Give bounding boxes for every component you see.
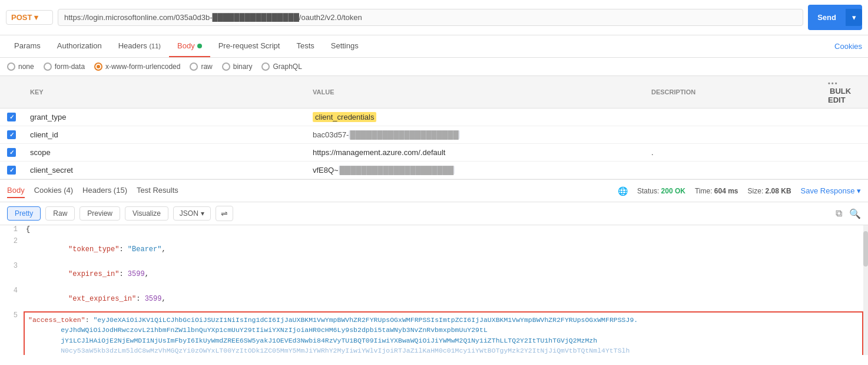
body-dot	[197, 44, 202, 48]
raw-button[interactable]: Raw	[45, 206, 75, 221]
radio-form-data[interactable]: form-data	[44, 63, 85, 71]
response-tab-cookies[interactable]: Cookies (4)	[34, 183, 73, 198]
row2-value-blur: ████████████████████	[349, 130, 459, 139]
more-options-icon[interactable]: •••	[828, 80, 839, 87]
row1-checkbox[interactable]	[7, 113, 16, 121]
json-content-area[interactable]: 1 { 2 "token_type": "Bearer", 3 "expires…	[0, 225, 868, 355]
line-num-1: 1	[0, 225, 24, 237]
copy-icon[interactable]: ⧉	[836, 208, 842, 219]
row4-value[interactable]: vfE8Q~█████████████████████	[306, 162, 644, 179]
radio-urlencoded-dot	[94, 63, 102, 71]
radio-raw[interactable]: raw	[190, 63, 212, 71]
row4-checkbox-cell[interactable]	[0, 162, 23, 179]
pretty-button[interactable]: Pretty	[7, 206, 41, 221]
radio-binary-dot	[222, 63, 230, 71]
json-line-1: 1 {	[0, 225, 868, 237]
col-value: VALUE	[306, 76, 644, 108]
status-ok: 200 OK	[661, 187, 685, 195]
wrap-button[interactable]: ⇌	[216, 206, 233, 221]
row3-desc[interactable]: .	[644, 144, 821, 162]
tab-headers[interactable]: Headers (11)	[110, 35, 169, 57]
status-label: Status: 200 OK	[637, 187, 685, 195]
nav-tabs: Params Authorization Headers (11) Body P…	[0, 35, 868, 58]
radio-none[interactable]: none	[7, 63, 34, 71]
format-chevron-icon: ▾	[201, 209, 204, 218]
line-num-3: 3	[0, 262, 24, 287]
line-num-4: 4	[0, 287, 24, 311]
line-num-2: 2	[0, 237, 24, 262]
row1-checkbox-cell[interactable]	[0, 108, 23, 126]
tab-settings[interactable]: Settings	[323, 35, 367, 57]
body-type-row: none form-data x-www-form-urlencoded raw…	[0, 58, 868, 76]
row3-key[interactable]: scope	[23, 144, 306, 162]
row1-desc[interactable]	[644, 108, 821, 126]
row1-value-highlight: client_credentials	[313, 112, 376, 122]
cookies-link[interactable]: Cookies	[834, 36, 862, 57]
response-tab-test-results[interactable]: Test Results	[137, 183, 178, 198]
row4-desc[interactable]	[644, 162, 821, 179]
row1-value[interactable]: client_credentials	[306, 108, 644, 126]
send-button-dropdown[interactable]: ▾	[846, 9, 862, 26]
row2-key[interactable]: client_id	[23, 126, 306, 144]
code-actions: ⧉ 🔍	[836, 208, 861, 219]
tab-params[interactable]: Params	[6, 35, 49, 57]
radio-binary[interactable]: binary	[222, 63, 253, 71]
row3-value[interactable]: https://management.azure.com/.default	[306, 144, 644, 162]
size-label: Size: 2.08 KB	[748, 187, 791, 195]
table-row: client_secret vfE8Q~████████████████████…	[0, 162, 868, 179]
radio-form-data-dot	[44, 63, 52, 71]
radio-raw-dot	[190, 63, 198, 71]
format-label: JSON	[180, 209, 198, 218]
tab-body[interactable]: Body	[169, 35, 210, 57]
row1-key[interactable]: grant_type	[23, 108, 306, 126]
table-row: client_id bac03d57-████████████████████	[0, 126, 868, 144]
line-content-2: "token_type": "Bearer",	[24, 237, 868, 262]
preview-button[interactable]: Preview	[79, 206, 120, 221]
response-tab-body[interactable]: Body	[7, 183, 25, 198]
response-tabs-row: Body Cookies (4) Headers (15) Test Resul…	[0, 180, 868, 202]
row2-value[interactable]: bac03d57-████████████████████	[306, 126, 644, 144]
row2-checkbox[interactable]	[7, 130, 16, 139]
send-button-main[interactable]: Send	[808, 9, 846, 26]
col-desc: DESCRIPTION	[644, 76, 821, 108]
response-status-bar: 🌐 Status: 200 OK Time: 604 ms Size: 2.08…	[618, 186, 861, 196]
radio-graphql[interactable]: GraphQL	[261, 63, 302, 71]
radio-graphql-dot	[261, 63, 270, 71]
row4-key[interactable]: client_secret	[23, 162, 306, 179]
time-label: Time: 604 ms	[695, 187, 738, 195]
row3-checkbox-cell[interactable]	[0, 144, 23, 162]
tab-tests[interactable]: Tests	[288, 35, 322, 57]
row2-actions	[821, 126, 868, 144]
row2-desc[interactable]	[644, 126, 821, 144]
line-content-3: "expires_in": 3599,	[24, 262, 868, 287]
table-row: grant_type client_credentials	[0, 108, 868, 126]
tab-pre-request[interactable]: Pre-request Script	[210, 35, 289, 57]
radio-urlencoded[interactable]: x-www-form-urlencoded	[94, 63, 180, 71]
row3-checkbox[interactable]	[7, 148, 16, 157]
method-label: POST	[11, 13, 32, 22]
col-key: KEY	[23, 76, 306, 108]
col-actions: ••• Bulk Edit	[821, 76, 868, 108]
scrollbar-track	[863, 225, 868, 355]
code-toolbar: Pretty Raw Preview Visualize JSON ▾ ⇌ ⧉ …	[0, 202, 868, 225]
send-button[interactable]: Send ▾	[808, 5, 862, 30]
row4-checkbox[interactable]	[7, 166, 16, 175]
access-token-value: "access_token": "eyJ0eXAiOiJKV1QiLCJhbGc…	[28, 315, 859, 355]
col-check	[0, 76, 23, 108]
row3-actions	[821, 144, 868, 162]
json-line-2: 2 "token_type": "Bearer",	[0, 237, 868, 262]
url-bar: POST ▾ Send ▾	[0, 0, 868, 35]
url-input[interactable]	[58, 9, 803, 26]
search-icon[interactable]: 🔍	[849, 208, 861, 219]
bulk-edit-button[interactable]: Bulk Edit	[828, 87, 851, 104]
tab-authorization[interactable]: Authorization	[49, 35, 110, 57]
response-tab-headers[interactable]: Headers (15)	[82, 183, 127, 198]
save-response-button[interactable]: Save Response ▾	[801, 186, 861, 195]
radio-none-dot	[7, 63, 15, 71]
visualize-button[interactable]: Visualize	[125, 206, 168, 221]
format-select[interactable]: JSON ▾	[173, 206, 211, 221]
method-select[interactable]: POST ▾	[6, 10, 53, 25]
row2-checkbox-cell[interactable]	[0, 126, 23, 144]
scrollbar-thumb[interactable]	[863, 231, 868, 267]
json-line-3: 3 "expires_in": 3599,	[0, 262, 868, 287]
